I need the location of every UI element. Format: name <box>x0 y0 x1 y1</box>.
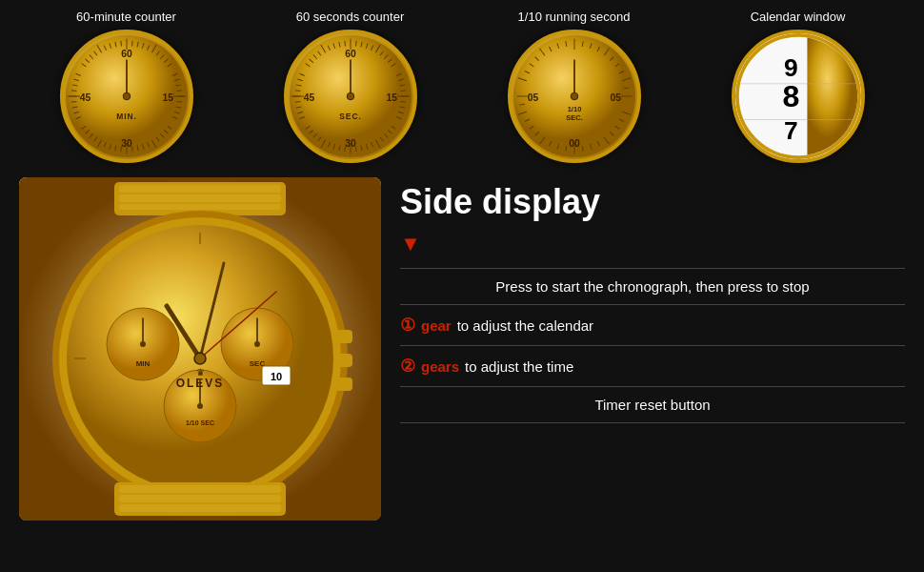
svg-text:05: 05 <box>610 92 621 103</box>
svg-point-208 <box>254 341 260 347</box>
tenth-dial-svg: 05 05 00 1/10 SEC. <box>512 33 637 159</box>
svg-rect-224 <box>119 504 281 512</box>
svg-line-71 <box>355 41 356 47</box>
svg-text:45: 45 <box>303 92 314 103</box>
svg-line-44 <box>70 102 76 103</box>
minute-dial-label: 60-minute counter <box>76 10 176 24</box>
minute-dial: 60 45 15 30 MIN. <box>60 30 193 163</box>
gear1-info-row: ① gear to adjust the calendar <box>400 304 905 345</box>
svg-text:SEC.: SEC. <box>339 112 362 121</box>
gear1-red-word: gear <box>421 317 452 334</box>
svg-text:1/10: 1/10 <box>567 105 581 113</box>
svg-text:7: 7 <box>784 116 798 145</box>
svg-text:MIN: MIN <box>136 359 151 368</box>
svg-line-83 <box>400 91 406 92</box>
chronograph-info-text: Press to start the chronograph, then pre… <box>495 278 809 295</box>
svg-rect-194 <box>335 330 352 343</box>
svg-line-19 <box>176 102 182 103</box>
chronograph-info-row: Press to start the chronograph, then pre… <box>400 268 905 304</box>
svg-rect-195 <box>335 354 352 367</box>
svg-line-17 <box>176 91 182 92</box>
svg-text:15: 15 <box>162 92 173 103</box>
svg-text:60: 60 <box>121 49 132 59</box>
tenth-dial-label: 1/10 running second <box>518 10 631 24</box>
svg-rect-188 <box>119 185 281 193</box>
gear2-red-word: gears <box>421 358 459 375</box>
svg-rect-190 <box>119 204 281 210</box>
second-dial-container: 60 seconds counter <box>284 10 417 163</box>
side-display-title: Side display <box>400 182 905 222</box>
svg-text:OLEVS: OLEVS <box>176 377 225 390</box>
second-dial: 60 45 15 30 SEC. <box>284 30 417 163</box>
svg-text:1/10 SEC: 1/10 SEC <box>186 419 214 426</box>
tenth-dial: 05 05 00 1/10 SEC. <box>508 30 641 163</box>
second-dial-svg: 60 45 15 30 SEC. <box>288 33 413 159</box>
info-rows: Press to start the chronograph, then pre… <box>400 268 905 423</box>
calendar-dial-label: Calendar window <box>751 10 846 24</box>
dial-row: 60-minute counter <box>0 0 924 163</box>
calendar-svg: 9 8 7 <box>735 30 861 163</box>
calendar-dial: 9 8 7 <box>732 30 865 163</box>
svg-text:10: 10 <box>271 371 282 382</box>
svg-line-124 <box>344 41 345 47</box>
svg-line-85 <box>400 102 406 103</box>
svg-line-5 <box>131 41 132 47</box>
svg-line-46 <box>70 91 76 92</box>
svg-text:15: 15 <box>386 92 397 103</box>
watch-image: MIN SEC 1/10 SEC 10 OLEVS ♛ <box>19 177 381 521</box>
svg-text:30: 30 <box>121 138 132 149</box>
svg-rect-189 <box>119 194 281 202</box>
watch-bg-inner: MIN SEC 1/10 SEC 10 OLEVS ♛ <box>19 177 381 521</box>
svg-line-58 <box>120 41 121 47</box>
svg-point-204 <box>140 341 146 347</box>
svg-line-110 <box>294 102 300 103</box>
timer-reset-text: Timer reset button <box>594 397 710 413</box>
gear2-info-row: ② gears to adjust the time <box>400 345 905 386</box>
svg-point-131 <box>347 92 354 100</box>
watch-svg: MIN SEC 1/10 SEC 10 OLEVS ♛ <box>19 177 381 521</box>
svg-rect-222 <box>119 485 281 493</box>
svg-text:MIN.: MIN. <box>116 112 137 121</box>
svg-text:60: 60 <box>345 49 356 59</box>
down-arrow-icon: ▼ <box>400 232 905 256</box>
svg-rect-223 <box>119 495 281 502</box>
svg-point-65 <box>123 92 131 100</box>
right-info-panel: Side display ▼ Press to start the chrono… <box>400 177 905 521</box>
minute-dial-container: 60-minute counter <box>60 10 193 163</box>
tenth-dial-container: 1/10 running second <box>508 10 641 163</box>
gear2-number: ② <box>400 356 415 377</box>
gear1-text-after: to adjust the calendar <box>457 317 593 334</box>
svg-rect-196 <box>335 378 352 391</box>
bottom-section: MIN SEC 1/10 SEC 10 OLEVS ♛ <box>0 168 924 530</box>
svg-text:00: 00 <box>569 138 580 149</box>
svg-text:45: 45 <box>79 92 90 103</box>
svg-text:30: 30 <box>345 138 356 149</box>
calendar-dial-container: Calendar window 9 8 7 <box>732 10 865 163</box>
svg-text:9: 9 <box>784 53 798 82</box>
svg-text:♛: ♛ <box>196 367 205 378</box>
svg-line-112 <box>294 91 300 92</box>
svg-text:SEC.: SEC. <box>566 113 583 122</box>
timer-reset-row: Timer reset button <box>400 386 905 423</box>
second-dial-label: 60 seconds counter <box>296 10 404 24</box>
gear1-number: ① <box>400 315 415 336</box>
svg-point-177 <box>571 92 578 100</box>
gear2-text-after: to adjust the time <box>465 358 573 375</box>
svg-point-212 <box>197 403 203 409</box>
svg-text:05: 05 <box>527 92 538 103</box>
svg-point-220 <box>194 353 206 364</box>
minute-dial-svg: 60 45 15 30 MIN. <box>64 33 190 159</box>
svg-rect-180 <box>807 37 857 155</box>
svg-text:8: 8 <box>782 79 799 113</box>
